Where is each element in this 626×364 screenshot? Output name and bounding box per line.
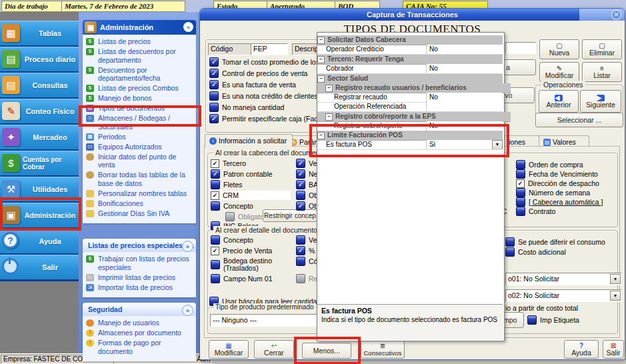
sidebar-item-administracion[interactable]: ▣ Administración (0, 203, 79, 229)
nav-section-header[interactable]: Listas de precios especiales/P... « (83, 239, 196, 252)
dropdown-arrow-icon[interactable]: ▼ (492, 140, 503, 149)
siguiente-button[interactable]: ▶Siguiente (580, 90, 621, 113)
check-observaciones-2[interactable]: ✓Observ (296, 201, 319, 211)
check-imp-etiqueta[interactable]: Imp Etiqueta (527, 315, 594, 325)
nav-section-header[interactable]: ▣ Administración « (83, 20, 196, 35)
nav-item-manejo-de-bonos[interactable]: $Manejo de bonos (85, 94, 195, 103)
check-no-maneja-cantidad[interactable]: No maneja cantidad (209, 103, 320, 112)
check-bodega-destino[interactable]: Bodega destino (Traslados) (211, 257, 292, 273)
nav-item-descuentos-departamento[interactable]: $Descuentos por departamento/fecha (85, 66, 195, 83)
check-contrato[interactable]: Contrato (516, 207, 613, 216)
nueva-button[interactable]: ▢Nueva (539, 39, 579, 59)
check-vendedor[interactable]: ✓Vended (296, 159, 319, 168)
sidebar-item-salir[interactable]: Salir (0, 255, 79, 281)
sidebar-item-proceso-diario[interactable]: ▤ Proceso diario (0, 47, 79, 73)
check-patron-contable[interactable]: ✓Patron contable (211, 169, 291, 179)
pg-group-tercero-requerir[interactable]: −Tercero: Requerir Tenga (317, 55, 503, 65)
restringir-concepto-button[interactable]: Restringir concep (263, 209, 317, 222)
pg-group-limite-facturacion-pos[interactable]: −Limite Facturación POS (317, 131, 503, 141)
check-concepto-detalle[interactable]: Concepto (211, 235, 291, 245)
partial-text-input[interactable] (505, 42, 536, 54)
check-cabecera-automatica[interactable]: [ Cabecera automática ] (516, 197, 613, 207)
pg-group-sector-salud[interactable]: −Sector Salud (317, 74, 503, 84)
pg-group-registro-recaudo[interactable]: −Registro recaudo usuarios / beneficiari… (317, 83, 511, 93)
nav-item-personalizar-nombres[interactable]: Personalizar nombres tablas (85, 189, 195, 198)
check-factura-venta[interactable]: ✓Es una factura de venta (209, 80, 320, 89)
modificar-button[interactable]: ✎Modificar (539, 62, 579, 82)
check-control-precios[interactable]: ✓Control de precios de venta (209, 69, 320, 78)
nav-item-borrar-tablas[interactable]: Borrar todas las tablas de la base de da… (85, 171, 195, 187)
salir-button[interactable]: ⊠Salir (603, 340, 624, 359)
partial-button-a[interactable]: a (501, 59, 536, 75)
modificar-bottom-button[interactable]: ▦Modificar (209, 340, 249, 359)
sidebar-item-consultas[interactable]: ▤ Consultas (0, 73, 79, 99)
nav-item-listas-precios-combos[interactable]: $Listas de precios Combos (85, 84, 195, 93)
nav-item-formas-de-pago[interactable]: !Formas de pago por documento (85, 339, 195, 355)
check-fletes[interactable]: Fletes (211, 180, 291, 189)
nav-item-manejo-de-usuarios[interactable]: Manejo de usuarios (85, 319, 195, 327)
sidebar-item-tablas[interactable]: ▦ Tablas (0, 21, 79, 47)
tab-informacion-a-solicitar[interactable]: iInformación a solicitar (205, 134, 293, 147)
menos-button[interactable]: Menos... (302, 343, 351, 359)
anterior-button[interactable]: ◀Anterior (539, 90, 579, 113)
collapse-minus-icon[interactable]: − (317, 132, 325, 139)
check-fecha-vencimiento[interactable]: Fecha de Vencimiento (516, 169, 613, 179)
check-observaciones-1[interactable]: Observ (296, 191, 319, 200)
nav-section-header[interactable]: Seguridad « (83, 303, 196, 316)
nav-item-periodos[interactable]: ▦Periodos (85, 133, 195, 141)
ayuda-button[interactable]: ?Ayuda (564, 340, 599, 359)
check-especificar-caja[interactable]: ✓Permitir especificarle caja (Facturas, … (209, 114, 320, 123)
sidebar-item-utilidades[interactable]: ⚒ Utilidades (0, 177, 79, 203)
nav-item-iniciar-datos-pos[interactable]: Iniciar datos del punto de venta (85, 153, 195, 169)
pg-row-operador-crediticio[interactable]: Operador CrediticioNo (317, 45, 503, 55)
close-icon[interactable]: ✕ (611, 10, 621, 20)
check-precio-de-venta[interactable]: ✓Precio de Venta (211, 246, 291, 255)
check-nota-credito[interactable]: Es una nota crédito de clientes (209, 91, 320, 101)
collapse-minus-icon[interactable]: − (317, 56, 325, 63)
sidebar-item-cuentas-por-cobrar[interactable]: $ Cuentas por Cobrar (0, 151, 79, 177)
check-diferir-consumo[interactable]: Se puede diferir el consumo (505, 237, 612, 247)
pg-group-solicitar-datos[interactable]: −Solicitar Datos Cabecera (317, 35, 503, 45)
nav-item-gestionar-dias-sin-iva[interactable]: Gestionar Días Sin IVA (85, 209, 195, 218)
sidebar-item-conteo-fisico[interactable]: ✎ Conteo Físico (0, 99, 79, 125)
collapse-minus-icon[interactable]: − (317, 37, 325, 44)
seleccionar-button[interactable]: Seleccionar ... (535, 113, 623, 127)
nav-item-importar-lista[interactable]: ⇲Importar lista de precios (85, 283, 195, 292)
pg-row-es-factura-pos[interactable]: Es factura POSSi▼ (317, 140, 503, 150)
collapse-minus-icon[interactable]: − (325, 113, 333, 121)
listar-button[interactable]: ≡Listar (582, 62, 622, 82)
nav-item-equipos-autorizados[interactable]: ▭Equipos Autorizados (85, 143, 195, 151)
nav-item-almacenes-por-documento[interactable]: !Almacenes por documento (85, 329, 195, 337)
check-numero-semana[interactable]: Número de semana (516, 188, 613, 197)
collapse-chevron-icon[interactable]: « (182, 305, 193, 316)
sidebar-item-ayuda[interactable]: ? Ayuda (0, 229, 79, 255)
nav-item-imprimir-listas[interactable]: ▭Imprimir listas de precios (85, 273, 195, 282)
nav-item-bonificaciones[interactable]: Bonificaciones (85, 199, 195, 208)
collapse-chevron-icon[interactable]: « (183, 22, 193, 32)
check-orden-de-compra[interactable]: Orden de compra (516, 160, 613, 169)
collapse-chevron-icon[interactable]: « (182, 241, 193, 252)
check-costo-promedio[interactable]: ✓Tomar el costo promedio de los produ (209, 57, 320, 67)
consecutivos-button[interactable]: ≣Consecutivos (361, 340, 405, 359)
pg-row-registrar-cobro[interactable]: Registrar cobro/reporteNo (317, 121, 503, 131)
check-crm[interactable]: ✓CRM (211, 191, 291, 200)
check-costo-adicional[interactable]: Costo adicional (505, 247, 612, 257)
check-vendedor-detalle[interactable]: Vended (296, 235, 319, 245)
nav-item-almacenes-bodegas[interactable]: ⌂Almacenes / Bodegas / Sucursales (85, 114, 195, 131)
pg-row-cobrador[interactable]: CobradorNo (317, 64, 503, 74)
campo02-combobox[interactable]: o02: No Solicitar (505, 289, 622, 302)
check-tercero[interactable]: ✓Tercero (211, 159, 291, 168)
pg-group-registro-cobro[interactable]: −Registro cobro/reporte a la EPS (317, 112, 511, 122)
check-campo-num-01[interactable]: Campo Num 01 (211, 274, 291, 283)
nav-item-tipos-de-documentos[interactable]: ▤Tipos de documentos (85, 104, 195, 113)
pg-row-operacion-referenciada[interactable]: Operación Referenciada (317, 102, 503, 112)
nav-item-listas-de-precios[interactable]: $Listas de precios (85, 37, 195, 46)
pg-row-registrar-recaudo[interactable]: Registrar recaudoNo (317, 93, 503, 103)
collapse-minus-icon[interactable]: − (325, 85, 333, 92)
cerrar-button[interactable]: ↩Cerrar (254, 340, 294, 359)
check-direccion-despacho[interactable]: ✓Dirección de despacho (516, 179, 613, 188)
check-bancos[interactable]: ✓BANCO (296, 180, 319, 189)
campo01-combobox[interactable]: o01: No Solicitar (505, 273, 622, 285)
check-negocio[interactable]: ✓Negoci (296, 169, 319, 179)
sidebar-item-mercadeo[interactable]: ✦ Mercadeo (0, 125, 79, 151)
